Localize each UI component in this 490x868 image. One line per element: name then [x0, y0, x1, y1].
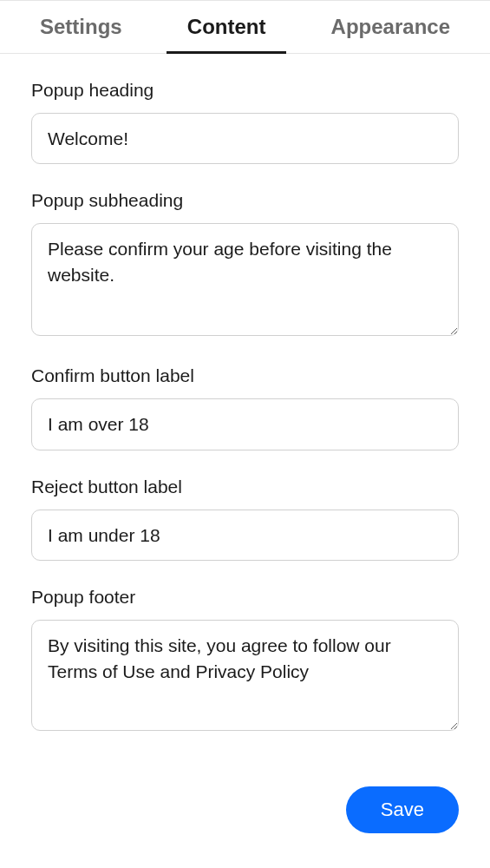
popup-heading-label: Popup heading [31, 80, 459, 101]
footer-actions: Save [0, 778, 490, 833]
confirm-button-label-label: Confirm button label [31, 365, 459, 386]
tabs-container: Settings Content Appearance [0, 0, 490, 54]
tab-settings[interactable]: Settings [38, 1, 124, 53]
tab-content[interactable]: Content [186, 1, 268, 53]
popup-footer-label: Popup footer [31, 587, 459, 608]
content-panel: Popup heading Popup subheading Please co… [0, 54, 490, 778]
reject-button-label-input[interactable] [31, 510, 459, 561]
popup-heading-group: Popup heading [31, 80, 459, 164]
popup-subheading-label: Popup subheading [31, 190, 459, 211]
popup-heading-input[interactable] [31, 113, 459, 164]
reject-button-label-group: Reject button label [31, 477, 459, 561]
popup-subheading-group: Popup subheading Please confirm your age… [31, 190, 459, 339]
popup-subheading-input[interactable]: Please confirm your age before visiting … [31, 223, 459, 336]
reject-button-label-label: Reject button label [31, 477, 459, 497]
popup-footer-group: Popup footer By visiting this site, you … [31, 587, 459, 734]
popup-footer-input[interactable]: By visiting this site, you agree to foll… [31, 620, 459, 731]
save-button[interactable]: Save [346, 786, 459, 833]
confirm-button-label-group: Confirm button label [31, 365, 459, 450]
tab-appearance[interactable]: Appearance [330, 1, 452, 53]
confirm-button-label-input[interactable] [31, 398, 459, 450]
